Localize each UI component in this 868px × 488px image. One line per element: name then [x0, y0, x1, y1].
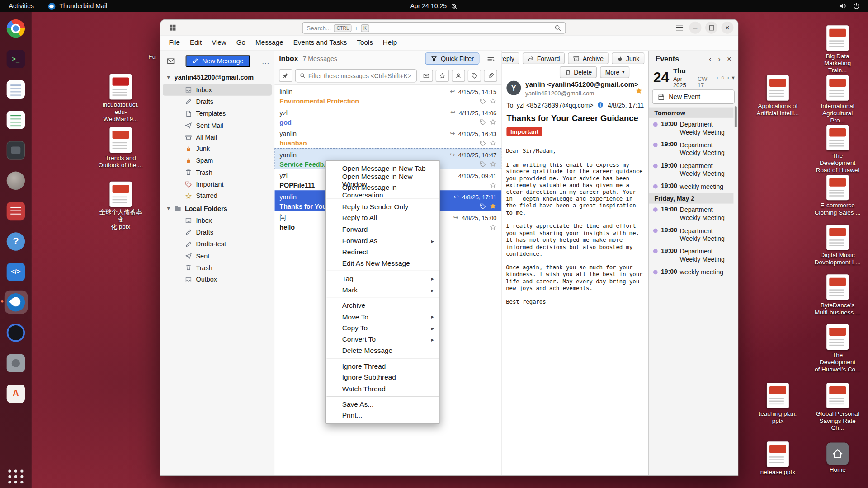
star-icon[interactable] — [489, 140, 496, 147]
info-icon[interactable] — [597, 101, 604, 108]
from-name[interactable]: yanlin <yanlin451200@gmail.com> — [525, 81, 638, 89]
folder-spam[interactable]: Spam — [160, 155, 274, 167]
menu-forward-as[interactable]: Forward As▸ — [326, 235, 439, 246]
desktop-file-teaching-plan[interactable]: teaching plan.pptx — [755, 383, 801, 424]
calendar-expand-button[interactable]: ▾ — [732, 75, 735, 80]
message-row[interactable]: linlin↩4/15/25, 14:15 Environmental Prot… — [274, 85, 501, 107]
filter-unread-button[interactable] — [420, 70, 433, 82]
star-icon[interactable] — [489, 182, 496, 189]
desktop-file-international-agricultural[interactable]: InternationalAgricultural Pro... — [814, 75, 861, 124]
menu-events-tasks[interactable]: Events and Tasks — [288, 35, 352, 50]
reply-button[interactable]: Reply — [502, 52, 519, 64]
new-event-button[interactable]: New Event — [652, 89, 734, 104]
close-button[interactable]: × — [722, 22, 734, 34]
folder-sent-mail[interactable]: Sent Mail — [160, 119, 274, 131]
archive-button[interactable]: Archive — [568, 52, 609, 64]
event-item[interactable]: 19:00Department Weekly Meeting — [649, 139, 733, 160]
local-folder-outbox[interactable]: Outbox — [160, 273, 274, 285]
filter-tags-button[interactable] — [468, 70, 481, 82]
event-item[interactable]: 19:00Department Weekly Meeting — [649, 224, 733, 245]
menu-reply-sender-only[interactable]: Reply to Sender Only — [326, 201, 439, 212]
menu-mark[interactable]: Mark▸ — [326, 285, 439, 296]
menu-move-to[interactable]: Move To▸ — [326, 311, 439, 323]
dock-screenshot-icon[interactable] — [4, 138, 27, 161]
minimize-button[interactable]: – — [689, 22, 701, 34]
calendar-next-day-button[interactable]: › — [727, 75, 729, 80]
spaces-toolbar-icon[interactable] — [167, 23, 178, 33]
local-folder-drafts[interactable]: Drafts — [160, 226, 274, 238]
dock-vscode-icon[interactable]: </> — [4, 260, 27, 283]
menu-redirect[interactable]: Redirect — [326, 246, 439, 258]
menu-message[interactable]: Message — [250, 35, 288, 50]
message-list-display-button[interactable] — [484, 52, 497, 65]
calendar-prev-day-button[interactable]: ‹ — [717, 75, 718, 80]
dock-browser-icon[interactable] — [4, 321, 27, 344]
dock-libreoffice-icon[interactable] — [4, 108, 27, 131]
dock-thunderbird-icon[interactable] — [4, 291, 27, 314]
folder-inbox[interactable]: Inbox — [163, 84, 272, 96]
filter-attachments-button[interactable] — [484, 70, 497, 82]
folder-junk[interactable]: Junk — [160, 143, 274, 155]
event-item[interactable]: 19:00Department Weekly Meeting — [649, 203, 733, 224]
sticky-filter-pin-button[interactable] — [279, 69, 292, 82]
desktop-file-trends-outlook[interactable]: Trends andOutlook of the ... — [98, 127, 144, 169]
folder-all-mail[interactable]: All Mail — [160, 131, 274, 143]
filter-starred-button[interactable] — [436, 70, 449, 82]
menu-go[interactable]: Go — [231, 35, 250, 50]
junk-button[interactable]: Junk — [612, 52, 644, 64]
event-item[interactable]: 19:00Department Weekly Meeting — [649, 245, 733, 266]
events-prev-button[interactable]: ‹ — [707, 55, 713, 63]
global-search-bar[interactable]: Search... CTRL + K — [302, 22, 566, 34]
forward-button[interactable]: Forward — [523, 52, 565, 64]
dock-gimp-icon[interactable] — [4, 169, 27, 192]
star-icon-filled[interactable] — [489, 202, 496, 210]
delete-button[interactable]: Delete — [559, 66, 597, 78]
account-row[interactable]: ▼ yanlin451200@gmail.com — [160, 71, 274, 84]
menu-delete-message[interactable]: Delete Message — [326, 345, 439, 357]
events-scrollbar[interactable] — [735, 106, 737, 127]
app-menu-button[interactable] — [673, 22, 685, 34]
folder-pane-options-button[interactable]: ... — [262, 57, 269, 65]
more-button[interactable]: More▾ — [600, 66, 630, 78]
event-item[interactable]: 19:00Department Weekly Meeting — [649, 160, 733, 180]
menu-reply-all[interactable]: Reply to All — [326, 212, 439, 224]
quick-filter-button[interactable]: Quick Filter — [425, 52, 480, 65]
menu-print[interactable]: Print... — [326, 410, 439, 421]
star-icon[interactable] — [489, 118, 496, 126]
local-folder-inbox[interactable]: Inbox — [160, 215, 274, 226]
window-titlebar[interactable]: Search... CTRL + K – × — [160, 20, 738, 35]
desktop-file-global-savings[interactable]: Global PersonalSavings Rate Ch... — [814, 383, 861, 432]
star-icon[interactable] — [489, 98, 496, 105]
menu-help[interactable]: Help — [378, 35, 402, 50]
menu-file[interactable]: File — [164, 35, 184, 50]
events-next-button[interactable]: › — [716, 55, 722, 63]
menu-edit-as-new[interactable]: Edit As New Message — [326, 258, 439, 269]
menu-edit[interactable]: Edit — [185, 35, 207, 50]
activities-button[interactable]: Activities — [9, 3, 34, 9]
dock-software-store-icon[interactable]: A — [4, 382, 27, 405]
desktop-file-huawei-co[interactable]: The Developmentof Huawei's Co... — [814, 324, 861, 373]
folder-starred[interactable]: Starred — [160, 190, 274, 202]
desktop-file-savings-rate-cn[interactable]: 全球个人储蓄率变化.pptx — [98, 182, 144, 230]
message-row[interactable]: yanlin↪4/10/25, 16:43 huanbao — [274, 127, 501, 149]
menu-tools[interactable]: Tools — [352, 35, 377, 50]
events-close-button[interactable]: × — [725, 55, 733, 63]
filter-contacts-button[interactable] — [452, 70, 465, 82]
menu-archive[interactable]: Archive — [326, 300, 439, 311]
event-item[interactable]: 19:00weekly meeting — [649, 266, 733, 278]
maximize-button[interactable] — [705, 22, 717, 34]
sender-avatar[interactable]: Y — [506, 81, 521, 95]
menu-open-in-conversation[interactable]: Open Message in Conversation — [326, 186, 439, 197]
app-grid-button[interactable] — [8, 470, 24, 484]
folder-drafts[interactable]: Drafts — [160, 96, 274, 108]
desktop-file-applications-ai[interactable]: Applications ofArtificial Intelli... — [755, 75, 801, 117]
dock-terminal-icon[interactable]: >_ — [4, 47, 27, 70]
menu-ignore-subthread[interactable]: Ignore Subthread — [326, 372, 439, 383]
desktop-file-netease[interactable]: netease.pptx — [755, 441, 801, 476]
local-folder-sent[interactable]: Sent — [160, 250, 274, 262]
local-folders-root[interactable]: ▼ Local Folders — [160, 202, 274, 215]
message-row[interactable]: yzl↩4/11/25, 14:06 god — [274, 106, 501, 127]
folder-templates[interactable]: Templates — [160, 108, 274, 119]
desktop-file-huawei-road[interactable]: The DevelopmentRoad of Huawei ... — [814, 125, 861, 181]
system-tray[interactable] — [839, 2, 868, 10]
